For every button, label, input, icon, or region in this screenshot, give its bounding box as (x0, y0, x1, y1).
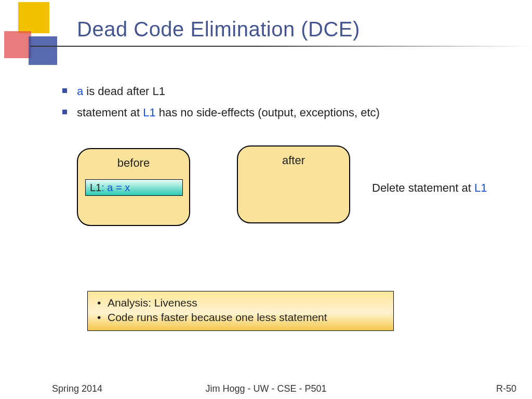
footer-right: R-50 (496, 383, 516, 394)
bullet-text: has no side-effects (output, exceptions,… (156, 106, 380, 119)
delete-note: Delete statement at L1 (372, 181, 487, 195)
bullet-text: is dead after L1 (83, 85, 165, 98)
after-label: after (238, 147, 349, 167)
bullet-item: a is dead after L1 (62, 82, 380, 100)
code-statement: L1: a = x (85, 179, 183, 196)
slide-title: Dead Code Elimination (DCE) (0, 18, 532, 41)
summary-box: Analysis: Liveness Code runs faster beca… (87, 291, 394, 331)
footer-center: Jim Hogg - UW - CSE - P501 (0, 383, 532, 394)
code-label: L1 (90, 182, 101, 194)
bullet-item: statement at L1 has no side-effects (out… (62, 103, 380, 122)
before-label: before (78, 149, 189, 170)
summary-item: Code runs faster because one less statem… (90, 310, 391, 325)
code-body: : a = x (101, 182, 130, 194)
keyword: L1 (143, 106, 155, 119)
summary-item: Analysis: Liveness (90, 296, 391, 310)
title-rule (30, 46, 532, 47)
after-box: after (237, 145, 350, 223)
title-area: Dead Code Elimination (DCE) (0, 18, 532, 41)
before-box: before L1: a = x (77, 148, 190, 226)
bullet-list: a is dead after L1 statement at L1 has n… (62, 82, 380, 125)
bullet-text: statement at (77, 106, 143, 119)
keyword: L1 (474, 181, 487, 194)
keyword: a (77, 85, 83, 98)
slide: Dead Code Elimination (DCE) a is dead af… (0, 0, 532, 399)
delete-note-text: Delete statement at (372, 181, 474, 194)
